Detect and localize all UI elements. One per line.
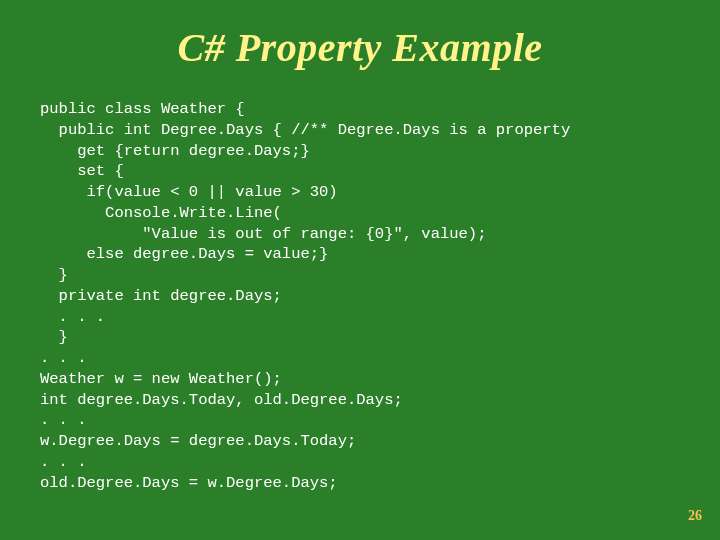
page-number: 26 [688,508,702,524]
slide: C# Property Example public class Weather… [0,0,720,540]
slide-title: C# Property Example [0,0,720,71]
code-block: public class Weather { public int Degree… [40,99,720,494]
